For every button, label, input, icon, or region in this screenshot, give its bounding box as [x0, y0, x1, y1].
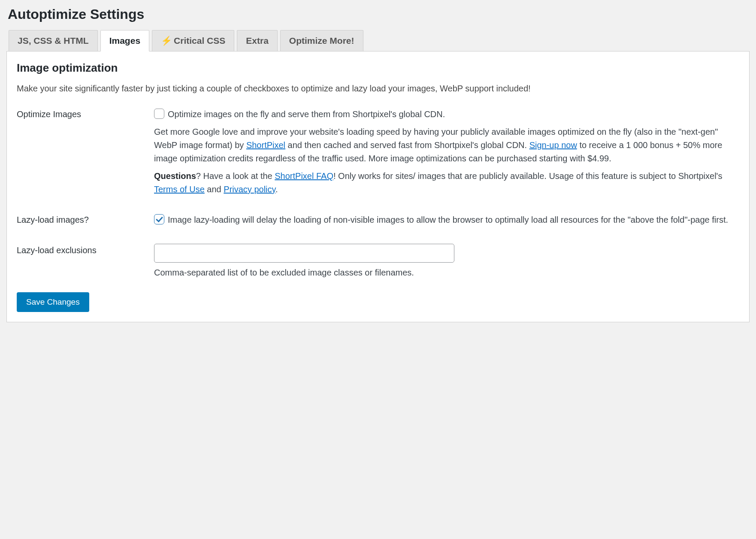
- tab-critical-css[interactable]: ⚡Critical CSS: [152, 30, 234, 51]
- shortpixel-link[interactable]: ShortPixel: [246, 140, 285, 150]
- section-title: Image optimization: [17, 61, 739, 75]
- row-lazy-load: Lazy-load images? Image lazy-loading wil…: [17, 213, 739, 227]
- optimize-images-help-1: Get more Google love and improve your we…: [154, 125, 739, 165]
- tab-images[interactable]: Images: [100, 30, 149, 51]
- section-description: Make your site significantly faster by j…: [17, 82, 739, 95]
- tab-critical-css-label: Critical CSS: [174, 36, 225, 45]
- row-exclusions: Lazy-load exclusions Comma-separated lis…: [17, 244, 739, 279]
- optimize-images-checkbox[interactable]: [154, 109, 164, 119]
- lazy-load-checkbox-label: Image lazy-loading will delay the loadin…: [168, 213, 728, 227]
- tab-js-css-html[interactable]: JS, CSS & HTML: [9, 30, 98, 51]
- tabs-nav: JS, CSS & HTML Images ⚡Critical CSS Extr…: [6, 30, 750, 51]
- lightning-icon: ⚡: [161, 36, 172, 45]
- row-optimize-images: Optimize Images Optimize images on the f…: [17, 108, 739, 196]
- settings-panel: Image optimization Make your site signif…: [6, 51, 750, 322]
- save-button[interactable]: Save Changes: [17, 292, 89, 312]
- exclusions-label: Lazy-load exclusions: [17, 244, 154, 255]
- tab-extra[interactable]: Extra: [237, 30, 278, 51]
- optimize-images-checkbox-label: Optimize images on the fly and serve the…: [168, 108, 445, 121]
- terms-link[interactable]: Terms of Use: [154, 185, 205, 194]
- signup-link[interactable]: Sign-up now: [529, 140, 577, 150]
- tab-optimize-more[interactable]: Optimize More!: [280, 30, 363, 51]
- exclusions-input[interactable]: [154, 244, 454, 263]
- faq-link[interactable]: ShortPixel FAQ: [275, 171, 333, 181]
- optimize-images-help-2: Questions? Have a look at the ShortPixel…: [154, 170, 739, 196]
- optimize-images-label: Optimize Images: [17, 108, 154, 119]
- lazy-load-label: Lazy-load images?: [17, 213, 154, 225]
- privacy-link[interactable]: Privacy policy: [224, 185, 275, 194]
- lazy-load-checkbox[interactable]: [154, 214, 164, 224]
- exclusions-help: Comma-separated list of to be excluded i…: [154, 266, 739, 279]
- page-title: Autoptimize Settings: [6, 6, 750, 22]
